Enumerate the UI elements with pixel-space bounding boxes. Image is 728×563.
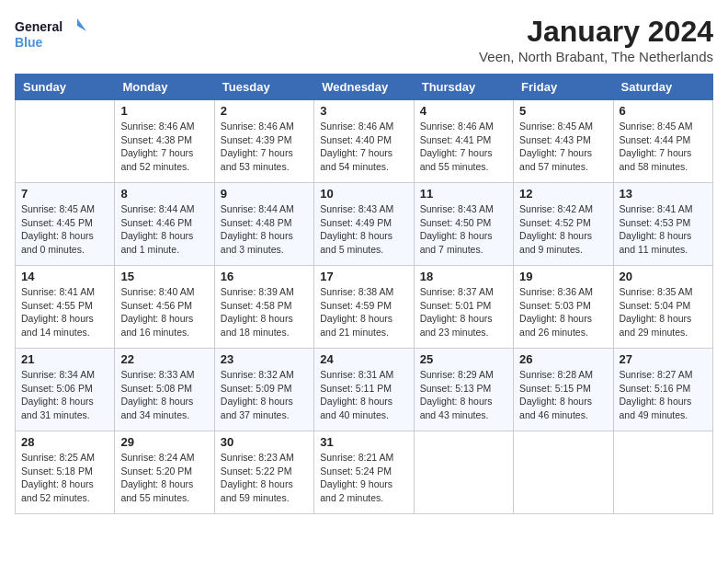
- day-number: 3: [320, 104, 407, 118]
- day-info: Sunrise: 8:24 AMSunset: 5:20 PMDaylight:…: [120, 451, 208, 505]
- day-number: 13: [620, 187, 707, 201]
- weekday-header-sunday: Sunday: [16, 75, 115, 100]
- day-number: 6: [620, 104, 707, 118]
- weekday-header-monday: Monday: [115, 75, 214, 100]
- day-info: Sunrise: 8:43 AMSunset: 4:50 PMDaylight:…: [420, 202, 507, 257]
- svg-marker-2: [77, 18, 86, 31]
- day-number: 24: [320, 352, 407, 366]
- day-number: 19: [519, 270, 607, 283]
- header: General Blue January 2024 Veen, North Br…: [15, 15, 713, 64]
- day-number: 22: [120, 352, 208, 366]
- calendar-cell: 21Sunrise: 8:34 AMSunset: 5:06 PMDayligh…: [16, 349, 115, 431]
- logo: General Blue: [15, 15, 88, 53]
- day-number: 11: [420, 187, 507, 201]
- day-info: Sunrise: 8:39 AMSunset: 4:58 PMDaylight:…: [221, 285, 308, 339]
- svg-text:General: General: [15, 19, 63, 34]
- calendar-cell: 2Sunrise: 8:46 AMSunset: 4:39 PMDaylight…: [214, 100, 313, 183]
- calendar-cell: 25Sunrise: 8:29 AMSunset: 5:13 PMDayligh…: [414, 349, 513, 431]
- day-info: Sunrise: 8:21 AMSunset: 5:24 PMDaylight:…: [320, 451, 407, 505]
- subtitle: Veen, North Brabant, The Netherlands: [479, 49, 713, 64]
- day-info: Sunrise: 8:46 AMSunset: 4:40 PMDaylight:…: [320, 120, 407, 174]
- week-row-3: 14Sunrise: 8:41 AMSunset: 4:55 PMDayligh…: [16, 266, 713, 349]
- day-number: 21: [21, 352, 108, 366]
- weekday-header-row: SundayMondayTuesdayWednesdayThursdayFrid…: [16, 75, 713, 100]
- day-number: 30: [221, 435, 308, 449]
- calendar-cell: 9Sunrise: 8:44 AMSunset: 4:48 PMDaylight…: [214, 183, 313, 266]
- day-info: Sunrise: 8:38 AMSunset: 4:59 PMDaylight:…: [320, 285, 407, 339]
- calendar-cell: 6Sunrise: 8:45 AMSunset: 4:44 PMDaylight…: [613, 100, 712, 183]
- weekday-header-thursday: Thursday: [414, 75, 513, 100]
- day-info: Sunrise: 8:32 AMSunset: 5:09 PMDaylight:…: [221, 368, 308, 422]
- week-row-1: 1Sunrise: 8:46 AMSunset: 4:38 PMDaylight…: [16, 100, 713, 183]
- weekday-header-wednesday: Wednesday: [314, 75, 414, 100]
- title-area: January 2024 Veen, North Brabant, The Ne…: [479, 15, 713, 64]
- day-number: 20: [620, 270, 707, 283]
- day-info: Sunrise: 8:46 AMSunset: 4:41 PMDaylight:…: [420, 120, 507, 174]
- day-number: 17: [320, 270, 407, 283]
- day-number: 29: [120, 435, 208, 449]
- day-info: Sunrise: 8:23 AMSunset: 5:22 PMDaylight:…: [221, 451, 308, 505]
- weekday-header-friday: Friday: [514, 75, 613, 100]
- calendar-cell: 30Sunrise: 8:23 AMSunset: 5:22 PMDayligh…: [214, 431, 313, 514]
- calendar-cell: 5Sunrise: 8:45 AMSunset: 4:43 PMDaylight…: [514, 100, 613, 183]
- day-info: Sunrise: 8:28 AMSunset: 5:15 PMDaylight:…: [519, 368, 607, 422]
- day-info: Sunrise: 8:34 AMSunset: 5:06 PMDaylight:…: [21, 368, 108, 422]
- calendar-cell: 20Sunrise: 8:35 AMSunset: 5:04 PMDayligh…: [613, 266, 712, 349]
- day-number: 9: [221, 187, 308, 201]
- calendar-cell: 3Sunrise: 8:46 AMSunset: 4:40 PMDaylight…: [314, 100, 414, 183]
- day-info: Sunrise: 8:33 AMSunset: 5:08 PMDaylight:…: [120, 368, 208, 422]
- day-info: Sunrise: 8:43 AMSunset: 4:49 PMDaylight:…: [320, 202, 407, 257]
- day-info: Sunrise: 8:46 AMSunset: 4:38 PMDaylight:…: [120, 120, 208, 174]
- week-row-5: 28Sunrise: 8:25 AMSunset: 5:18 PMDayligh…: [16, 431, 713, 514]
- calendar-cell: 31Sunrise: 8:21 AMSunset: 5:24 PMDayligh…: [314, 431, 414, 514]
- day-number: 12: [519, 187, 607, 201]
- day-info: Sunrise: 8:40 AMSunset: 4:56 PMDaylight:…: [120, 285, 208, 339]
- day-info: Sunrise: 8:37 AMSunset: 5:01 PMDaylight:…: [420, 285, 507, 339]
- day-info: Sunrise: 8:31 AMSunset: 5:11 PMDaylight:…: [320, 368, 407, 422]
- day-info: Sunrise: 8:44 AMSunset: 4:48 PMDaylight:…: [221, 202, 308, 257]
- day-number: 1: [120, 104, 208, 118]
- calendar-cell: 28Sunrise: 8:25 AMSunset: 5:18 PMDayligh…: [16, 431, 115, 514]
- calendar-cell: 8Sunrise: 8:44 AMSunset: 4:46 PMDaylight…: [115, 183, 214, 266]
- day-info: Sunrise: 8:45 AMSunset: 4:45 PMDaylight:…: [21, 202, 108, 257]
- weekday-header-saturday: Saturday: [613, 75, 712, 100]
- day-number: 18: [420, 270, 507, 283]
- day-number: 2: [221, 104, 308, 118]
- calendar-cell: 17Sunrise: 8:38 AMSunset: 4:59 PMDayligh…: [314, 266, 414, 349]
- svg-text:Blue: Blue: [15, 35, 43, 50]
- day-number: 15: [120, 270, 208, 283]
- calendar-cell: 15Sunrise: 8:40 AMSunset: 4:56 PMDayligh…: [115, 266, 214, 349]
- calendar-cell: 14Sunrise: 8:41 AMSunset: 4:55 PMDayligh…: [16, 266, 115, 349]
- day-info: Sunrise: 8:45 AMSunset: 4:44 PMDaylight:…: [620, 120, 707, 174]
- day-number: 25: [420, 352, 507, 366]
- day-number: 16: [221, 270, 308, 283]
- week-row-4: 21Sunrise: 8:34 AMSunset: 5:06 PMDayligh…: [16, 349, 713, 431]
- day-number: 4: [420, 104, 507, 118]
- day-number: 31: [320, 435, 407, 449]
- calendar-cell: [414, 431, 513, 514]
- calendar: SundayMondayTuesdayWednesdayThursdayFrid…: [15, 74, 713, 514]
- weekday-header-tuesday: Tuesday: [214, 75, 313, 100]
- day-info: Sunrise: 8:35 AMSunset: 5:04 PMDaylight:…: [620, 285, 707, 339]
- calendar-cell: 18Sunrise: 8:37 AMSunset: 5:01 PMDayligh…: [414, 266, 513, 349]
- day-number: 26: [519, 352, 607, 366]
- day-info: Sunrise: 8:44 AMSunset: 4:46 PMDaylight:…: [120, 202, 208, 257]
- calendar-cell: 11Sunrise: 8:43 AMSunset: 4:50 PMDayligh…: [414, 183, 513, 266]
- calendar-cell: 13Sunrise: 8:41 AMSunset: 4:53 PMDayligh…: [613, 183, 712, 266]
- calendar-cell: 16Sunrise: 8:39 AMSunset: 4:58 PMDayligh…: [214, 266, 313, 349]
- calendar-cell: 24Sunrise: 8:31 AMSunset: 5:11 PMDayligh…: [314, 349, 414, 431]
- main-title: January 2024: [479, 15, 713, 49]
- day-number: 27: [620, 352, 707, 366]
- day-info: Sunrise: 8:46 AMSunset: 4:39 PMDaylight:…: [221, 120, 308, 174]
- day-info: Sunrise: 8:36 AMSunset: 5:03 PMDaylight:…: [519, 285, 607, 339]
- calendar-cell: 19Sunrise: 8:36 AMSunset: 5:03 PMDayligh…: [514, 266, 613, 349]
- calendar-cell: 7Sunrise: 8:45 AMSunset: 4:45 PMDaylight…: [16, 183, 115, 266]
- calendar-cell: 26Sunrise: 8:28 AMSunset: 5:15 PMDayligh…: [514, 349, 613, 431]
- calendar-cell: 22Sunrise: 8:33 AMSunset: 5:08 PMDayligh…: [115, 349, 214, 431]
- calendar-cell: 12Sunrise: 8:42 AMSunset: 4:52 PMDayligh…: [514, 183, 613, 266]
- week-row-2: 7Sunrise: 8:45 AMSunset: 4:45 PMDaylight…: [16, 183, 713, 266]
- day-info: Sunrise: 8:41 AMSunset: 4:55 PMDaylight:…: [21, 285, 108, 339]
- day-info: Sunrise: 8:25 AMSunset: 5:18 PMDaylight:…: [21, 451, 108, 505]
- logo-icon: General Blue: [15, 15, 88, 53]
- calendar-cell: [514, 431, 613, 514]
